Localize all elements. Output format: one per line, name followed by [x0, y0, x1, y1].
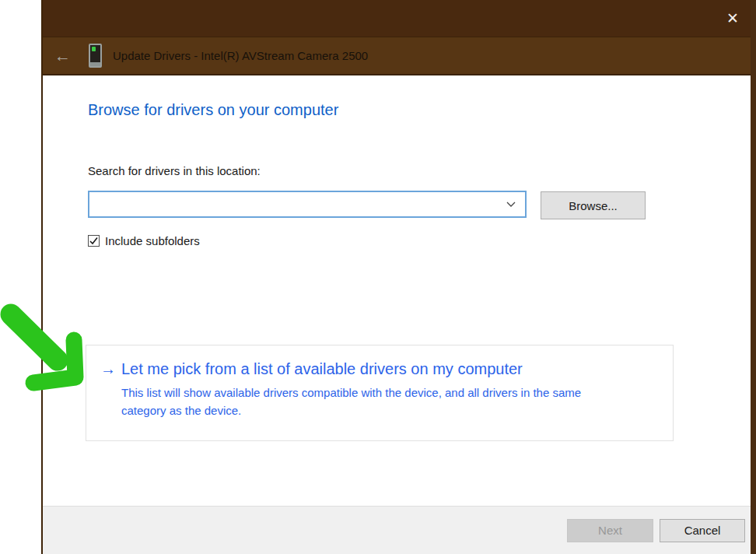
include-subfolders-checkbox[interactable] — [88, 235, 100, 247]
include-subfolders-label: Include subfolders — [105, 234, 200, 247]
wizard-footer: Next Cancel — [43, 506, 751, 554]
let-me-pick-description: This list will show available drivers co… — [121, 384, 581, 420]
page-heading: Browse for drivers on your computer — [88, 101, 338, 119]
close-icon: ✕ — [726, 11, 739, 26]
device-icon — [89, 44, 102, 68]
include-subfolders-row[interactable]: Include subfolders — [88, 234, 200, 247]
device-icon-base — [90, 62, 100, 66]
cancel-button[interactable]: Cancel — [660, 519, 745, 542]
close-button[interactable]: ✕ — [715, 0, 751, 37]
chevron-down-icon[interactable] — [506, 202, 516, 208]
update-drivers-wizard-window: ✕ ← Update Drivers - Intel(R) AVStream C… — [41, 0, 756, 554]
device-icon-led — [92, 47, 96, 51]
wizard-body: Browse for drivers on your computer Sear… — [43, 75, 751, 554]
search-location-label: Search for drivers in this location: — [88, 164, 261, 177]
let-me-pick-title[interactable]: Let me pick from a list of available dri… — [121, 359, 581, 379]
back-button[interactable]: ← — [54, 47, 71, 64]
description-line-1: This list will show available drivers co… — [121, 386, 581, 399]
right-arrow-icon: → — [100, 359, 121, 420]
browse-button[interactable]: Browse... — [541, 191, 646, 219]
description-line-2: category as the device. — [121, 404, 241, 417]
titlebar: ✕ — [43, 0, 751, 37]
next-button[interactable]: Next — [567, 519, 653, 542]
wizard-title: Update Drivers - Intel(R) AVStream Camer… — [113, 49, 368, 62]
driver-location-combobox[interactable] — [88, 191, 527, 218]
checkmark-icon — [89, 236, 99, 246]
wizard-header: ← Update Drivers - Intel(R) AVStream Cam… — [43, 37, 751, 75]
let-me-pick-option[interactable]: → Let me pick from a list of available d… — [86, 345, 674, 441]
